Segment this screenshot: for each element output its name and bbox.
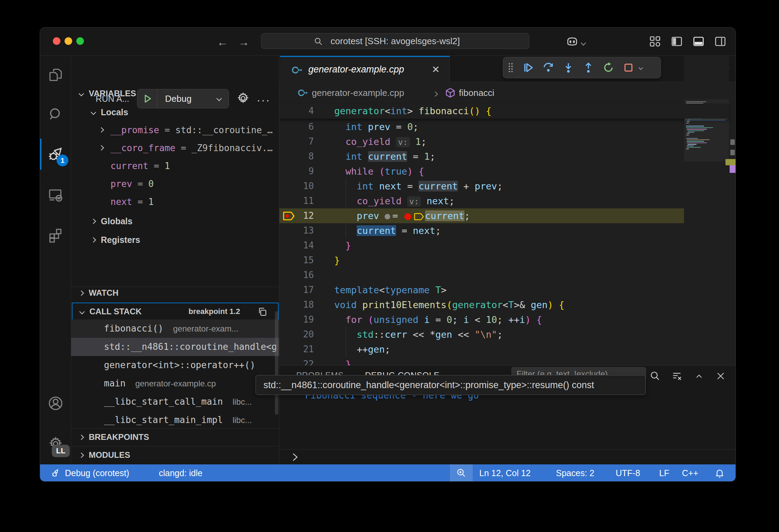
breadcrumb-file[interactable]: generator-example.cpp <box>312 82 404 104</box>
code-line[interactable]: 21 ++gen; <box>279 342 729 357</box>
code-line[interactable]: 14 } <box>279 238 729 253</box>
callstack-frame[interactable]: maingenerator-example.cp <box>71 374 279 393</box>
variable-row[interactable]: prev = 0 <box>71 175 279 193</box>
step-into-icon[interactable] <box>558 58 578 78</box>
ruler-mark <box>730 139 735 145</box>
expand-chevron-icon[interactable] <box>99 145 104 151</box>
code-line[interactable]: 15} <box>279 253 729 268</box>
toolbar-drag-handle[interactable] <box>503 58 518 78</box>
remote-explorer-icon[interactable] <box>40 180 71 211</box>
inline-dot-icon[interactable] <box>385 214 390 219</box>
globals-scope-row[interactable]: Globals <box>71 212 279 230</box>
breadcrumb-symbol[interactable]: fibonacci <box>459 82 494 104</box>
panel-search-icon[interactable] <box>648 369 662 383</box>
step-out-icon[interactable] <box>578 58 598 78</box>
restart-icon[interactable] <box>598 58 618 78</box>
statusbar-clangd[interactable]: clangd: idle <box>159 464 202 482</box>
extensions-icon[interactable] <box>40 219 71 250</box>
overview-ruler <box>729 56 736 365</box>
close-panel-icon[interactable] <box>714 369 728 383</box>
registers-scope-row[interactable]: Registers <box>71 231 279 249</box>
line-number: 20 <box>293 327 314 342</box>
back-arrow-icon[interactable]: ← <box>217 36 228 49</box>
instruction-pointer-icon[interactable] <box>414 212 424 221</box>
sidebar-scrollbar[interactable] <box>275 311 278 415</box>
locals-scope-row[interactable]: Locals <box>71 103 279 121</box>
toggle-secondary-sidebar-icon[interactable] <box>714 35 727 48</box>
account-icon[interactable] <box>40 388 71 419</box>
code-line[interactable]: 18void print10Elements(generator<T>& gen… <box>279 297 729 312</box>
code-line[interactable]: 9 while (true) { <box>279 164 729 179</box>
settings-gear-icon[interactable]: LL <box>40 428 71 459</box>
callstack-frame[interactable]: __libc_start_main_impllibc... <box>71 411 279 429</box>
command-center-search[interactable]: corotest [SSH: avogelsges-wsl2] <box>261 33 529 49</box>
code-line[interactable]: 11 co_yield v: next; <box>279 194 729 208</box>
inline-breakpoint-icon[interactable] <box>404 213 411 220</box>
statusbar-language[interactable]: C++ <box>682 464 698 482</box>
code-line[interactable]: 13 current = next; <box>279 223 729 238</box>
tab-generator-example[interactable]: generator-example.cpp ✕ <box>280 56 450 82</box>
close-window-button[interactable] <box>53 37 60 45</box>
continue-icon[interactable] <box>518 58 538 78</box>
forward-arrow-icon[interactable]: → <box>238 36 249 49</box>
variable-row[interactable]: next = 1 <box>71 193 279 211</box>
watch-section-header[interactable]: WATCH <box>71 284 279 302</box>
run-and-debug-icon[interactable]: 1 <box>40 139 71 170</box>
indent-guide <box>346 179 346 238</box>
customize-layout-icon[interactable] <box>649 35 661 48</box>
code-line[interactable]: 22 } <box>279 357 729 365</box>
code-text: for (unsigned i = 0; i < 10; ++i) { <box>334 312 542 327</box>
statusbar-screencast-zoom[interactable] <box>450 464 473 482</box>
copilot-icon[interactable] <box>566 35 579 48</box>
copy-callstack-icon[interactable] <box>257 307 268 317</box>
code-line[interactable]: 20 std::cerr << *gen << "\n"; <box>279 327 729 342</box>
expand-chevron-icon[interactable] <box>99 127 104 133</box>
code-line[interactable]: 19 for (unsigned i = 0; i < 10; ++i) { <box>279 312 729 327</box>
minimap[interactable] <box>684 56 729 365</box>
code-line[interactable]: 12 prev = current; <box>279 208 729 223</box>
sticky-code-line[interactable]: 4generator<int> fibonacci() { <box>279 104 729 118</box>
line-number: 19 <box>293 312 314 327</box>
code-line[interactable]: 17template<typename T> <box>279 283 729 297</box>
toggle-primary-sidebar-icon[interactable] <box>671 35 683 48</box>
notifications-bell-icon[interactable] <box>714 468 725 482</box>
callstack-frame[interactable]: std::__n4861::coroutine_handle<g <box>71 338 279 356</box>
search-icon[interactable] <box>40 99 71 130</box>
explorer-icon[interactable] <box>40 59 71 90</box>
breakpoints-section-header[interactable]: BREAKPOINTS <box>71 428 279 446</box>
variables-section-header[interactable]: VARIABLES <box>71 85 279 102</box>
console-prompt-icon[interactable] <box>290 452 300 462</box>
breadcrumbs[interactable]: generator-example.cpp fibonacci <box>279 82 736 104</box>
statusbar-encoding[interactable]: UTF-8 <box>616 464 640 482</box>
modules-section-header[interactable]: MODULES <box>71 446 279 464</box>
stop-chevron-icon[interactable] <box>639 65 642 71</box>
maximize-panel-icon[interactable] <box>692 369 706 383</box>
statusbar-debug-icon[interactable] <box>50 468 61 482</box>
code-text: generator<int> fibonacci() { <box>334 104 491 118</box>
step-over-icon[interactable] <box>538 58 558 78</box>
clear-console-icon[interactable] <box>670 369 684 383</box>
call-stack-section-header[interactable]: CALL STACK breakpoint 1.2 <box>72 303 279 321</box>
callstack-frame[interactable]: fibonacci()generator-exam... <box>71 319 279 338</box>
tab-close-icon[interactable]: ✕ <box>429 63 442 76</box>
statusbar-cursor-position[interactable]: Ln 12, Col 12 <box>479 464 531 482</box>
variable-row[interactable]: __promise = std::__coroutine_… <box>71 121 279 139</box>
minimize-window-button[interactable] <box>65 37 72 45</box>
code-line[interactable]: 6 int prev = 0; <box>279 119 729 134</box>
callstack-frame[interactable]: __libc_start_call_mainlibc... <box>71 393 279 411</box>
stop-icon[interactable] <box>618 58 638 78</box>
statusbar-eol[interactable]: LF <box>659 464 669 482</box>
code-line[interactable]: 10 int next = current + prev; <box>279 179 729 194</box>
statusbar-indentation[interactable]: Spaces: 2 <box>556 464 594 482</box>
copilot-chevron-icon[interactable] <box>581 40 585 46</box>
variable-row[interactable]: current = 1 <box>71 157 279 175</box>
variable-row[interactable]: __coro_frame = _Z9fibonacciv.… <box>71 139 279 157</box>
code-line[interactable]: 7 co_yield v: 1; <box>279 134 729 149</box>
code-line[interactable]: 16 <box>279 268 729 283</box>
zoom-window-button[interactable] <box>76 37 84 45</box>
callstack-frame[interactable]: generator<int>::operator++() <box>71 356 279 374</box>
statusbar-debug-label[interactable]: Debug (corotest) <box>65 464 129 482</box>
sticky-scroll-line[interactable]: 4generator<int> fibonacci() { <box>279 104 729 119</box>
code-line[interactable]: 8 int current = 1; <box>279 149 729 164</box>
toggle-panel-icon[interactable] <box>692 35 705 48</box>
